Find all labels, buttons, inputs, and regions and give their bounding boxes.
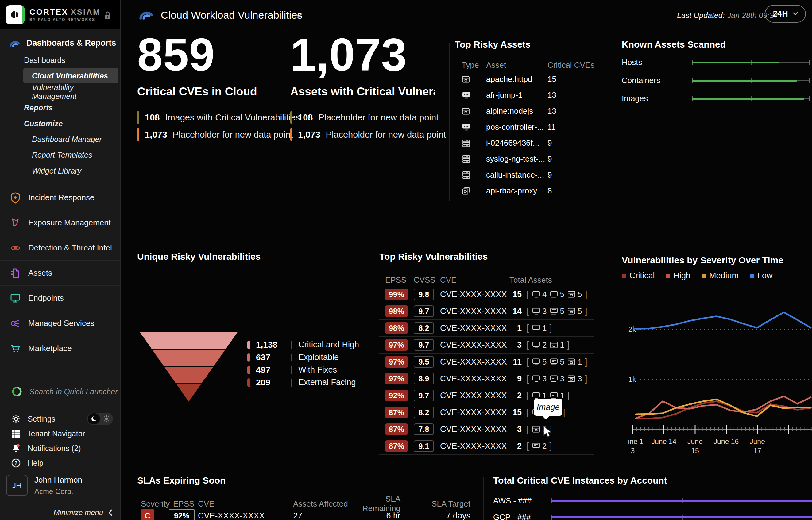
sidebar-item-vulnerability-management[interactable]: Vulnerability Management [0, 85, 119, 99]
sidebar-item-exposure-management[interactable]: Exposure Management [0, 210, 120, 235]
sidebar-item-help[interactable]: ? Help [0, 456, 120, 470]
asset-count: 5 [577, 307, 582, 316]
cve-id: CVE-XXXX-XXXX [198, 511, 293, 520]
sidebar-item-assets[interactable]: Assets [0, 261, 120, 286]
page-title: Cloud Workload Vulnerabilities [161, 9, 302, 21]
sidebar-item-settings[interactable]: Settings [0, 412, 120, 426]
sla-row[interactable]: C 92% CVE-XXXX-XXXX 27 6 hr 7 days [137, 507, 478, 520]
container-icon [550, 341, 558, 349]
asset-row[interactable]: apache:httpd 15 [455, 72, 600, 87]
col-cve: CVE [198, 499, 293, 509]
host-icon [550, 358, 558, 366]
dashboard-arcs-icon [8, 37, 22, 49]
vulnerability-row[interactable]: 97% 8.9 CVE-XXXX-XXXX 9 [333] [379, 370, 594, 387]
asset-critical-cves: 9 [547, 138, 600, 148]
vulnerability-row[interactable]: 99% 9.8 CVE-XXXX-XXXX 15 [455] [379, 286, 594, 303]
col-sla-remaining: SLA Remaining [352, 494, 409, 513]
theme-toggle[interactable] [87, 413, 113, 425]
legend-marker [247, 366, 250, 374]
asset-count: 5 [577, 290, 582, 299]
metric-substat: 108 Images with Critical Vulnerabilities [137, 111, 285, 124]
cve-id: CVE-XXXX-XXXX [440, 290, 510, 299]
legend-marker [247, 341, 250, 349]
asset-critical-cves: 11 [547, 122, 600, 132]
svg-text:June 1: June 1 [628, 438, 643, 445]
funnel-legend: 1,138 Critical and High 637 Exploitable … [247, 338, 359, 389]
nav-label: Dashboards [24, 56, 65, 65]
asset-row[interactable]: alpine:nodejs 13 [455, 103, 600, 119]
scanned-asset-row: Containers [622, 72, 810, 89]
vulnerability-row[interactable]: 98% 8.2 CVE-XXXX-XXXX 1 [1] [379, 320, 594, 337]
legend-label: Low [757, 271, 773, 281]
col-sla-target: SLA Target [409, 499, 478, 509]
quick-launcher[interactable]: Search in Quick Launcher [0, 384, 120, 399]
sidebar-item-managed-services[interactable]: Managed Services [0, 311, 120, 336]
asset-count: 3 [542, 374, 546, 384]
container-icon [462, 75, 486, 83]
time-range-button[interactable]: 24H [765, 5, 806, 23]
sidebar-section-dashboards-reports[interactable]: Dashboards & Reports [0, 35, 120, 50]
minimize-menu-button[interactable]: Minimize menu [54, 508, 113, 517]
managed-services-icon [9, 317, 22, 330]
legend-item-high: High [666, 271, 691, 281]
asset-row[interactable]: syslog-ng-test-... 9 [455, 151, 600, 167]
chevron-down-icon[interactable] [295, 14, 302, 18]
funnel-value: 497 [256, 365, 286, 375]
sidebar-item-dashboards[interactable]: Dashboards [0, 53, 119, 68]
sidebar-item-cloud-vulnerabilities[interactable]: Cloud Vulnerabilities [23, 68, 119, 83]
sidebar-item-detection-threat-intel[interactable]: Detection & Threat Intel [0, 235, 120, 261]
legend-marker [247, 353, 250, 362]
sidebar-item-marketplace[interactable]: Marketplace [0, 336, 120, 361]
monitor-icon [532, 324, 540, 332]
sidebar-item-tenant-navigator[interactable]: Tenant Navigator [0, 426, 120, 441]
cortex-logo-icon [5, 5, 25, 24]
substat-label: Placeholder for new data point [326, 130, 446, 140]
metric-critical-cves: 859 Critical CVEs in Cloud 108 Images wi… [137, 27, 285, 141]
asset-name: alpine:nodejs [486, 106, 547, 116]
asset-critical-cves: 13 [547, 106, 600, 116]
monitor-icon [532, 358, 540, 366]
asset-row[interactable]: callu-instance-... 9 [455, 167, 600, 183]
slas-widget: SLAs Expiring Soon Severity EPSS CVE Ass… [137, 475, 478, 520]
account-bar [551, 498, 812, 503]
sidebar-item-customize[interactable]: Customize [0, 116, 119, 131]
cvss-score: 9.7 [414, 339, 434, 351]
sidebar-item-report-templates[interactable]: Report Templates [0, 148, 119, 162]
sidebar-item-dashboard-manager[interactable]: Dashboard Manager [0, 132, 119, 147]
account-row: GCP - ### [493, 510, 812, 520]
metric-substat: 1,073 Placeholder for new data point [137, 128, 285, 141]
severity-chart-legend: CriticalHighMediumLow [622, 271, 773, 281]
vulnerability-row[interactable]: 87% 7.8 CVE-XXXX-XXXX 3 [3] [379, 421, 594, 438]
module-label: Assets [28, 268, 52, 278]
asset-row[interactable]: pos-controller-... 11 [455, 119, 600, 135]
asset-row[interactable]: i-024669436f... 9 [455, 135, 600, 151]
asset-critical-cves: 15 [547, 75, 600, 84]
vulnerability-row[interactable]: 97% 9.5 CVE-XXXX-XXXX 11 [551] [379, 354, 594, 370]
server-icon [462, 171, 486, 179]
vulnerability-row[interactable]: 98% 9.7 CVE-XXXX-XXXX 14 [355] [379, 303, 594, 320]
sidebar-item-notifications[interactable]: Notifications (2) [0, 441, 120, 456]
sidebar-item-endpoints[interactable]: Endpoints [0, 286, 120, 311]
sidebar-item-reports[interactable]: Reports [0, 100, 119, 115]
cve-id: CVE-XXXX-XXXX [440, 340, 510, 350]
sidebar-item-widget-library[interactable]: Widget Library [0, 163, 119, 178]
endpoints-icon [9, 292, 22, 305]
asset-count: 1 [542, 323, 546, 333]
sidebar-item-incident-response[interactable]: Incident Response [0, 185, 120, 210]
last-updated: Last Updated:Jan 28th 09:37 [677, 11, 778, 20]
vulnerability-row[interactable]: 97% 9.7 CVE-XXXX-XXXX 3 [21] [379, 337, 594, 354]
vulnerability-row[interactable]: 87% 9.1 CVE-XXXX-XXXX 2 [2] [379, 438, 594, 455]
section-label: Dashboards & Reports [26, 38, 116, 48]
user-profile[interactable]: JH John Harmon Acme Corp. [6, 475, 120, 496]
svg-text:June 16: June 16 [714, 438, 739, 445]
substat-label: Placeholder for new data point [173, 130, 293, 140]
nav-label: Report Templates [32, 151, 92, 159]
epss-badge: 98% [385, 305, 408, 317]
legend-label: Medium [709, 271, 739, 281]
epss-badge: 97% [385, 356, 408, 368]
asset-row[interactable]: afr-jump-1 13 [455, 87, 600, 103]
shield-icon [9, 192, 22, 204]
metric-substat: 1,073 Placeholder for new data point [290, 128, 435, 141]
asset-count: 3 [560, 374, 564, 384]
asset-row[interactable]: api-rbac-proxy... 8 [455, 183, 600, 199]
